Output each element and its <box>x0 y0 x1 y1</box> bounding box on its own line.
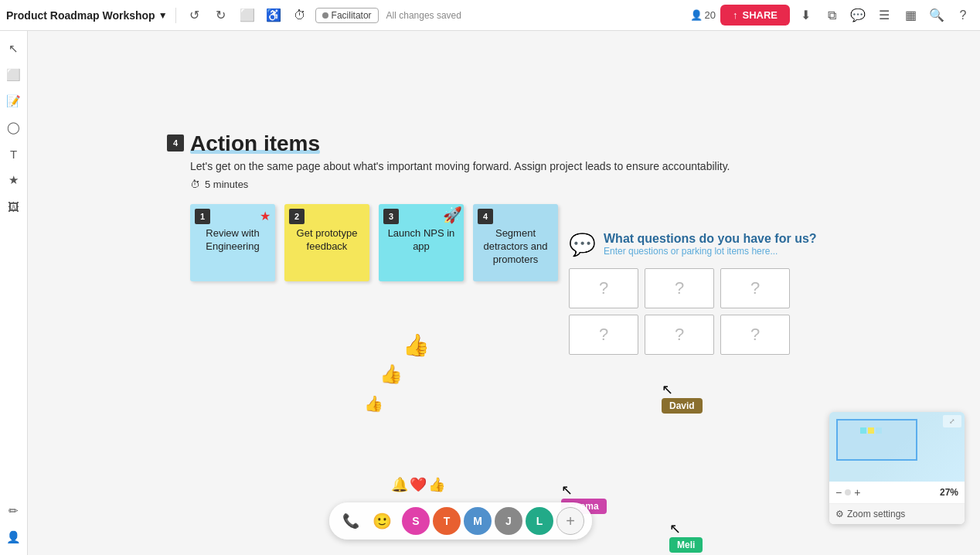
questions-text: What questions do you have for us? Enter… <box>604 232 817 257</box>
gear-icon: ⚙ <box>835 509 844 519</box>
timer-icon[interactable]: ⏱ <box>289 5 311 26</box>
q-cell-4[interactable]: ? <box>569 315 638 355</box>
questions-header: 💬 What questions do you have for us? Ent… <box>569 232 817 257</box>
david-cursor-label: David <box>662 398 703 414</box>
document-title[interactable]: Product Roadmap Workshop ▼ <box>6 9 168 22</box>
star-tool[interactable]: ★ <box>2 169 26 192</box>
thumbsup-icon: 👍 <box>428 476 445 493</box>
image-tool[interactable]: 🖼 <box>2 195 26 218</box>
facilitator-label: Facilitator <box>332 10 372 21</box>
zoom-in-btn[interactable]: + <box>854 486 860 499</box>
list-icon[interactable]: ☰ <box>873 5 895 26</box>
timer-text: 5 minutes <box>205 179 248 190</box>
meli-cursor: ↖ Meli <box>669 522 703 553</box>
questions-grid: ? ? ? ? ? ? <box>569 268 817 355</box>
add-participant-btn[interactable]: + <box>556 507 584 535</box>
count-text: 20 <box>705 9 716 21</box>
note-number-3: 3 <box>383 209 399 224</box>
left-sidebar: ↖ ⬜ 📝 ◯ T ★ 🖼 ✏ 👤 <box>0 31 28 555</box>
zoom-dot[interactable] <box>845 489 851 495</box>
david-cursor: ↖ David <box>662 383 703 414</box>
avatar-3[interactable]: M <box>464 507 492 535</box>
search-icon[interactable]: 🔍 <box>926 5 948 26</box>
pen-tool[interactable]: ✏ <box>2 499 26 523</box>
comment-icon[interactable]: 💬 <box>847 5 869 26</box>
frame-icon[interactable]: ⬜ <box>236 5 258 26</box>
share-button[interactable]: ↑ SHARE <box>720 5 790 26</box>
shape-tool[interactable]: ◯ <box>2 116 26 139</box>
questions-title: What questions do you have for us? <box>604 232 817 246</box>
cursor-arrow-meli: ↖ <box>669 522 681 536</box>
title-dropdown-icon[interactable]: ▼ <box>158 10 168 21</box>
minimap-viewport <box>836 419 917 461</box>
participants-count[interactable]: 👤 20 <box>690 9 716 21</box>
avatar-4[interactable]: J <box>495 507 522 535</box>
frame-tool[interactable]: ⬜ <box>2 63 26 87</box>
meli-cursor-label: Meli <box>669 537 703 553</box>
share-icon: ↑ <box>733 9 738 21</box>
questions-area: 💬 What questions do you have for us? Ent… <box>569 232 817 355</box>
zoom-settings-label: Zoom settings <box>847 509 905 519</box>
copy-icon[interactable]: ⧉ <box>821 5 842 26</box>
text-tool[interactable]: T <box>2 142 26 165</box>
sticky-note-2[interactable]: 2 Get prototype feedback <box>284 204 369 281</box>
download-icon[interactable]: ⬇ <box>795 5 816 26</box>
avatar-5[interactable]: L <box>526 507 553 535</box>
thumbs-up-3: 👍 <box>364 394 383 413</box>
minimap: ⤢ − + 27% ⚙ Zoom settings <box>829 412 965 524</box>
sticky-tool[interactable]: 📝 <box>2 90 26 113</box>
cursor-arrow-david: ↖ <box>662 383 673 397</box>
facilitator-badge[interactable]: Facilitator <box>315 8 379 23</box>
questions-subtitle: Enter questions or parking lot items her… <box>604 246 817 257</box>
title-text: Product Roadmap Workshop <box>6 9 155 22</box>
heart-icon: ❤️ <box>410 476 427 493</box>
avatar-2[interactable]: T <box>433 507 461 535</box>
accessibility-icon[interactable]: ♿ <box>263 5 284 26</box>
phone-emoji-btn[interactable]: 📞 <box>337 507 365 535</box>
q-cell-3[interactable]: ? <box>720 268 790 308</box>
note-content-2: Get prototype feedback <box>291 227 363 254</box>
canvas[interactable]: 4 Action items Let's get on the same pag… <box>28 31 980 555</box>
timer-row: ⏱ 5 minutes <box>190 179 730 190</box>
cursor-tool[interactable]: ↖ <box>2 37 26 60</box>
bell-icon: 🔔 <box>391 476 408 493</box>
q-cell-2[interactable]: ? <box>645 268 714 308</box>
avatar-1[interactable]: S <box>402 507 430 535</box>
sticky-note-4[interactable]: 4 Segment detractors and promoters <box>473 204 558 281</box>
note-number-2: 2 <box>289 209 305 224</box>
person-icon: 👤 <box>690 9 703 21</box>
facilitator-dot <box>322 12 328 19</box>
section-number: 4 <box>167 134 184 152</box>
note-content-4: Segment detractors and promoters <box>479 227 552 267</box>
q-cell-1[interactable]: ? <box>569 268 638 308</box>
smiley-emoji-btn[interactable]: 🙂 <box>368 507 396 535</box>
q-cell-5[interactable]: ? <box>645 315 714 355</box>
saved-status: All changes saved <box>386 10 461 21</box>
zoom-level: 27% <box>940 487 958 498</box>
note-number-4: 4 <box>478 209 493 224</box>
table-icon[interactable]: ▦ <box>900 5 921 26</box>
timer-icon: ⏱ <box>190 179 200 190</box>
divider-1 <box>175 8 176 23</box>
minimap-note-2 <box>868 427 874 434</box>
minimap-note-3 <box>876 427 882 434</box>
zoom-controls: − + 27% <box>829 482 965 503</box>
avatar-tool[interactable]: 👤 <box>2 526 26 549</box>
star-icon: ★ <box>260 209 271 223</box>
thumbs-up-1: 👍 <box>403 332 430 358</box>
redo-icon[interactable]: ↻ <box>210 5 232 26</box>
resize-icon: ⤢ <box>943 415 961 427</box>
sticky-note-1[interactable]: 1 ★ Review with Engineering <box>190 204 275 281</box>
zoom-out-btn[interactable]: − <box>835 486 842 499</box>
q-cell-6[interactable]: ? <box>720 315 790 355</box>
section-title: Action items <box>190 131 320 155</box>
undo-icon[interactable]: ↺ <box>184 5 206 26</box>
help-icon[interactable]: ? <box>952 5 974 26</box>
minimap-note-1 <box>860 427 866 434</box>
sticky-note-3[interactable]: 3 🚀 Launch NPS in app <box>379 204 464 281</box>
section-description: Let's get on the same page about what's … <box>190 160 730 172</box>
zoom-settings-btn[interactable]: ⚙ Zoom settings <box>829 503 965 524</box>
minimap-resize-handle[interactable]: ⤢ <box>943 415 961 427</box>
toolbar: Product Roadmap Workshop ▼ ↺ ↻ ⬜ ♿ ⏱ Fac… <box>0 0 980 31</box>
floating-reactions: 🔔 ❤️ 👍 <box>391 476 445 493</box>
